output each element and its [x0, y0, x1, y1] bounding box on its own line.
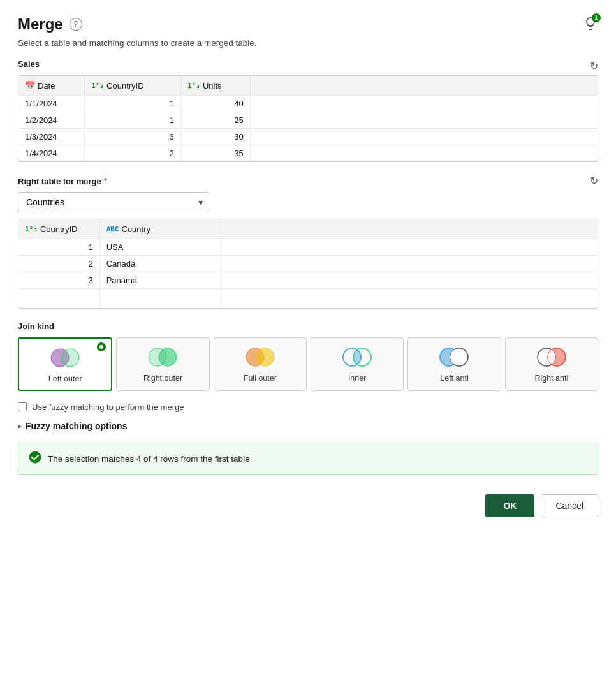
cancel-button[interactable]: Cancel — [541, 494, 598, 517]
join-card-label-left-outer: Left outer — [48, 374, 82, 383]
notification-icon[interactable]: 1 — [583, 16, 598, 33]
col-country-id-r[interactable]: 1²₃ CountryID — [18, 219, 99, 239]
join-card-full-outer[interactable]: Full outer — [214, 337, 307, 391]
venn-right-outer-icon — [146, 346, 179, 369]
table-row: 1/2/2024 1 25 — [18, 112, 598, 129]
table-row: 1/1/2024 1 40 — [18, 96, 598, 112]
join-kind-label: Join kind — [18, 321, 598, 331]
svg-point-2 — [61, 349, 79, 367]
required-star: * — [104, 176, 107, 186]
left-table: 📅 Date 1²₃ CountryID 1²₃ Units — [18, 76, 598, 161]
right-table-dropdown[interactable]: Countries — [18, 192, 209, 212]
right-table-refresh-button[interactable]: ↻ — [590, 175, 598, 187]
table-row: 1/4/2024 2 35 — [18, 145, 598, 162]
table-row: 3 Panama — [18, 272, 598, 289]
join-card-left-outer[interactable]: Left outer — [18, 337, 112, 391]
join-card-label-full-outer: Full outer — [244, 374, 277, 383]
number-type-badge-r: 1²₃ — [25, 225, 38, 233]
join-card-left-anti[interactable]: Left anti — [407, 337, 501, 391]
fuzzy-matching-row: Use fuzzy matching to perform the merge — [18, 402, 598, 412]
left-table-refresh-button[interactable]: ↻ — [590, 60, 598, 72]
venn-inner-icon — [341, 346, 374, 369]
venn-left-outer-icon — [48, 346, 82, 369]
venn-left-anti-icon — [437, 346, 471, 369]
left-table-header-row: 📅 Date 1²₃ CountryID 1²₃ Units — [18, 76, 598, 96]
col-empty-r — [221, 219, 598, 239]
svg-point-4 — [159, 348, 177, 366]
col-units[interactable]: 1²₃ Units — [181, 76, 251, 96]
subtitle: Select a table and matching columns to c… — [18, 38, 598, 48]
venn-right-anti-icon — [535, 346, 568, 369]
join-card-inner[interactable]: Inner — [311, 337, 404, 391]
header-row: Merge ? 1 — [18, 15, 598, 33]
table-row: 1 USA — [18, 239, 598, 256]
fuzzy-options-header[interactable]: ▸ Fuzzy matching options — [18, 421, 598, 431]
table-row-empty — [18, 289, 598, 308]
join-card-label-left-anti: Left anti — [440, 374, 468, 383]
svg-point-6 — [256, 348, 274, 366]
table-row: 1/3/2024 3 30 — [18, 129, 598, 145]
col-country-id[interactable]: 1²₃ CountryID — [85, 76, 181, 96]
title-area: Merge ? — [18, 15, 82, 33]
fuzzy-matching-label[interactable]: Use fuzzy matching to perform the merge — [32, 402, 184, 412]
right-table: 1²₃ CountryID ABC Country 1 USA — [18, 219, 598, 308]
left-table-header: Sales ↻ — [18, 59, 598, 73]
join-card-right-outer[interactable]: Right outer — [116, 337, 209, 391]
right-table-dropdown-wrapper: Countries ▾ — [18, 192, 209, 212]
success-icon — [29, 451, 41, 467]
fuzzy-options-label: Fuzzy matching options — [26, 421, 127, 431]
right-table-label: Right table for merge * — [18, 176, 107, 186]
dropdown-row: Countries ▾ — [18, 192, 598, 212]
calendar-icon: 📅 — [25, 81, 35, 91]
col-date[interactable]: 📅 Date — [18, 76, 85, 96]
selected-indicator — [97, 342, 106, 351]
join-card-right-anti[interactable]: Right anti — [505, 337, 598, 391]
join-card-label-inner: Inner — [348, 374, 367, 383]
table-row: 2 Canada — [18, 256, 598, 272]
notification-badge: 1 — [592, 13, 601, 22]
ok-button[interactable]: OK — [485, 494, 534, 517]
chevron-right-icon: ▸ — [18, 422, 22, 430]
help-icon[interactable]: ? — [70, 18, 82, 31]
svg-point-19 — [29, 451, 41, 463]
page-title: Merge — [18, 15, 63, 33]
join-card-label-right-anti: Right anti — [534, 374, 568, 383]
right-table-wrapper: 1²₃ CountryID ABC Country 1 USA — [18, 219, 598, 309]
text-type-badge: ABC — [106, 225, 119, 233]
success-text: The selection matches 4 of 4 rows from t… — [48, 454, 250, 464]
left-table-label: Sales — [18, 59, 40, 69]
right-table-header-row: 1²₃ CountryID ABC Country — [18, 219, 598, 239]
join-card-label-right-outer: Right outer — [143, 374, 182, 383]
success-banner: The selection matches 4 of 4 rows from t… — [18, 443, 598, 475]
venn-full-outer-icon — [244, 346, 277, 369]
left-table-wrapper: 📅 Date 1²₃ CountryID 1²₃ Units — [18, 75, 598, 162]
fuzzy-matching-checkbox[interactable] — [18, 402, 27, 411]
number-type-badge-2: 1²₃ — [187, 82, 200, 90]
join-cards: Left outer Right outer Full outer Inner — [18, 337, 598, 391]
number-type-badge: 1²₃ — [91, 82, 104, 90]
col-country-r[interactable]: ABC Country — [99, 219, 221, 239]
footer-buttons: OK Cancel — [18, 494, 598, 517]
col-empty — [250, 76, 598, 96]
